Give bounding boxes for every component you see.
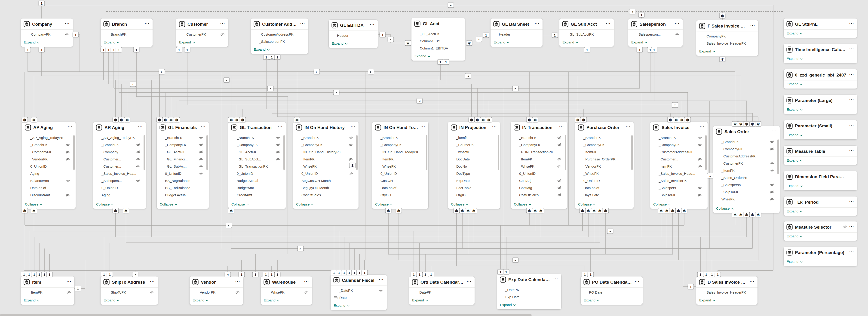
more-options-button[interactable]: ··· (278, 126, 283, 130)
cardinality-one-badge[interactable]: 1 (25, 48, 31, 52)
table-card-sales-order[interactable]: Sales Order···_BranchFK_CompanyFK_Custom… (713, 126, 780, 213)
field-row[interactable]: _AP_Aging_TodayPK (22, 134, 75, 141)
table-card-gl-ebitda[interactable]: GL EBITDA···HeaderExpand (329, 20, 378, 48)
cardinality-one-badge[interactable]: 1 (269, 55, 275, 60)
field-row[interactable]: DiscountAmt (22, 191, 75, 198)
expand-toggle[interactable]: Expand (699, 298, 715, 302)
table-header[interactable]: GL Acct··· (411, 18, 465, 29)
eye-off-icon[interactable] (770, 183, 774, 187)
field-row[interactable]: QtyOH (372, 191, 428, 198)
more-options-button[interactable]: ··· (201, 126, 206, 130)
relationship-arrow-right[interactable]: ▶ (226, 223, 232, 228)
cardinality-one-badge[interactable]: 1 (134, 48, 140, 52)
expand-toggle[interactable]: Expand (334, 304, 349, 308)
collapse-toggle[interactable]: Collapse (451, 202, 469, 206)
relationship-arrow-left[interactable]: ◀ (225, 272, 231, 277)
cardinality-one-badge[interactable]: 1 (47, 272, 53, 277)
table-header[interactable]: IN Projection··· (448, 122, 500, 133)
cardinality-many-badge[interactable]: ∗ (603, 208, 609, 213)
table-header[interactable]: D Sales Invoice Header··· (696, 277, 757, 288)
field-row[interactable]: _CompanyFK (22, 149, 75, 156)
cardinality-many-badge[interactable]: ∗ (471, 208, 477, 213)
field-row[interactable]: CostAdj (511, 177, 567, 184)
collapse-toggle[interactable]: Collapse (514, 202, 531, 206)
field-row[interactable]: _whsefk (448, 149, 500, 156)
eye-off-icon[interactable] (66, 179, 70, 183)
field-row[interactable]: _GL_AcctFK (157, 149, 209, 156)
eye-off-icon[interactable] (349, 143, 353, 147)
cardinality-many-badge[interactable]: ∗ (532, 118, 538, 122)
field-row[interactable]: _CompanyFK (650, 141, 708, 149)
eye-off-icon[interactable] (770, 197, 774, 201)
field-row[interactable]: BS_BegBalance (157, 177, 209, 184)
field-row[interactable]: _DatePK (331, 287, 387, 294)
cardinality-many-badge[interactable]: ∗ (119, 118, 124, 122)
collapse-toggle[interactable]: Collapse (375, 202, 393, 206)
eye-off-icon[interactable] (276, 143, 280, 147)
more-options-button[interactable]: ··· (849, 225, 854, 229)
cardinality-many-badge[interactable]: ∗ (234, 118, 240, 122)
field-row[interactable]: _VendorPK (190, 289, 243, 296)
more-options-button[interactable]: ··· (626, 126, 630, 130)
field-scrollbar[interactable] (207, 135, 208, 170)
eye-off-icon[interactable] (66, 193, 70, 197)
field-row[interactable]: _BranchFK (228, 134, 286, 141)
field-row[interactable]: _WhseFK (511, 163, 567, 170)
eye-off-icon[interactable] (136, 150, 140, 154)
field-row[interactable]: DocNo (448, 163, 500, 170)
field-row[interactable]: _CompanyFK (575, 141, 633, 149)
cardinality-many-badge[interactable]: ∗ (454, 208, 460, 213)
eye-off-icon[interactable] (349, 135, 353, 140)
expand-toggle[interactable]: Expand (264, 298, 280, 302)
more-options-button[interactable]: ··· (750, 280, 754, 284)
cardinality-many-badge[interactable]: ∗ (405, 41, 411, 45)
relationship-arrow-left[interactable]: ◀ (132, 272, 138, 277)
expand-toggle[interactable]: Expand (699, 49, 715, 53)
relationship-arrow-right[interactable]: ▶ (448, 3, 454, 8)
table-header[interactable]: Sales Invoice··· (650, 122, 708, 133)
field-row[interactable]: _CompanyFK (696, 33, 758, 40)
collapse-toggle[interactable]: Collapse (25, 202, 42, 206)
field-row[interactable]: _Salesperso... (713, 181, 780, 188)
more-options-button[interactable]: ··· (379, 278, 384, 283)
eye-off-icon[interactable] (66, 143, 70, 147)
cardinality-many-badge[interactable]: ∗ (228, 208, 234, 213)
cardinality-many-badge[interactable]: ∗ (580, 208, 586, 213)
expand-toggle[interactable]: Expand (787, 184, 803, 188)
eye-off-icon[interactable] (698, 193, 702, 197)
expand-toggle[interactable]: Expand (500, 303, 516, 307)
table-card-warehouse[interactable]: Warehouse···_WhsePKExpand (261, 277, 312, 305)
eye-off-icon[interactable] (675, 32, 679, 36)
table-header[interactable]: GL Bal Sheet··· (491, 19, 542, 30)
table-card-gl-stdpnl[interactable]: GL StdPnL···Expand (784, 19, 857, 38)
cardinality-one-badge[interactable]: 1 (715, 272, 721, 277)
field-row[interactable]: BegQtyOH-Month (293, 184, 359, 191)
table-header[interactable]: _Lk_Period··· (784, 196, 857, 208)
expand-toggle[interactable]: Expand (787, 107, 803, 112)
field-row[interactable]: _Salesperson... (628, 31, 683, 38)
table-card-gl-transaction[interactable]: GL Transaction···_BranchFK_CompanyFK_GL_… (228, 122, 286, 209)
field-row[interactable]: Aging (22, 170, 75, 177)
cardinality-many-badge[interactable]: ∗ (31, 208, 37, 213)
field-row[interactable]: _CustomerFK (713, 160, 780, 167)
cardinality-many-badge[interactable]: ∗ (673, 118, 679, 122)
cardinality-one-badge[interactable]: 1 (704, 272, 709, 277)
eye-off-icon[interactable] (349, 171, 353, 176)
cardinality-many-badge[interactable]: ∗ (720, 57, 725, 62)
cardinality-one-badge[interactable]: 1 (498, 270, 503, 274)
field-row[interactable]: Column1_BS (411, 37, 465, 44)
field-row[interactable]: _ItemFK (511, 156, 567, 163)
table-card-ap-aging[interactable]: AP Aging···_AP_Aging_TodayPK_BranchFK_Co… (22, 122, 75, 209)
field-row[interactable]: _AR_Aging_TodayPK (93, 134, 146, 141)
field-row[interactable]: Header (329, 32, 378, 39)
table-header[interactable]: Purchase Order··· (575, 122, 633, 133)
more-options-button[interactable]: ··· (849, 175, 854, 179)
more-options-button[interactable]: ··· (849, 149, 854, 154)
cardinality-many-badge[interactable]: ∗ (240, 118, 246, 122)
more-options-button[interactable]: ··· (467, 280, 471, 284)
cardinality-one-badge[interactable]: 1 (483, 33, 489, 38)
more-options-button[interactable]: ··· (145, 22, 150, 26)
field-row[interactable]: Budget Actual (157, 191, 209, 198)
expand-toggle[interactable]: Expand (562, 40, 578, 44)
cardinality-one-badge[interactable]: 1 (438, 60, 443, 64)
